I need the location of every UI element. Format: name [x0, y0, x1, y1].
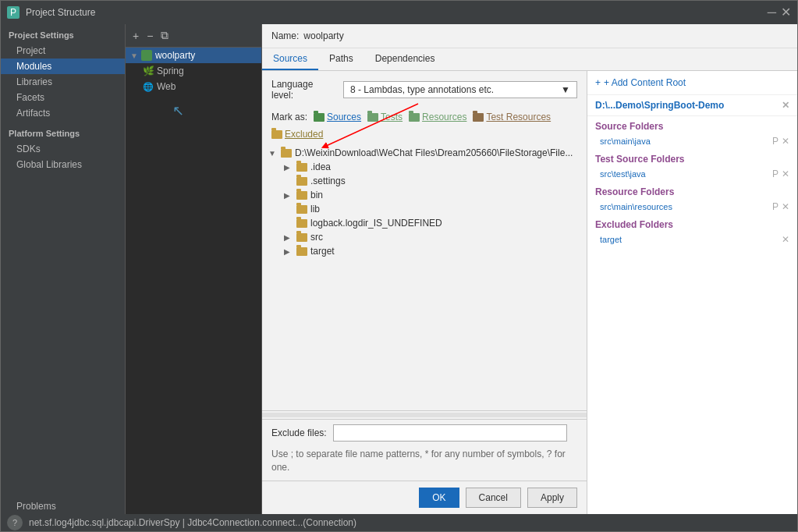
logback-folder-icon — [296, 219, 307, 228]
title-bar: P Project Structure ─ ✕ — [1, 1, 797, 24]
mark-test-resources-button[interactable]: Test Resources — [473, 112, 551, 122]
sidebar-item-problems[interactable]: Problems — [1, 498, 125, 514]
add-content-root-button[interactable]: + + Add Content Root — [587, 71, 797, 95]
svg-text:P: P — [10, 7, 16, 18]
window-icon: P — [7, 6, 20, 19]
src-arrow: ▶ — [284, 233, 293, 242]
module-tree-item-web[interactable]: 🌐 Web — [138, 79, 261, 94]
excluded-folders-title: Excluded Folders — [587, 215, 797, 232]
exclude-hint: Use ; to separate file name patterns, * … — [262, 446, 587, 481]
root-folder-icon — [281, 149, 292, 158]
file-tree-item-idea[interactable]: ▶ .idea — [262, 160, 587, 174]
content-area: Language level: 8 - Lambdas, type annota… — [262, 71, 797, 514]
copy-module-button[interactable]: ⧉ — [158, 27, 171, 44]
test-source-folder-p-icon-0[interactable]: P — [772, 168, 778, 179]
file-tree-item-logback[interactable]: logback.logdir_IS_UNDEFINED — [262, 216, 587, 230]
mark-as-row: Mark as: Sources Tests Resources — [262, 108, 587, 143]
test-source-folder-remove-icon-0[interactable]: ✕ — [782, 168, 789, 179]
sidebar-item-sdks[interactable]: SDKs — [1, 141, 125, 157]
settings-arrow — [284, 177, 293, 186]
file-tree-item-lib[interactable]: lib — [262, 202, 587, 216]
file-tree-item-src[interactable]: ▶ src — [262, 230, 587, 244]
exclude-files-input[interactable] — [333, 424, 567, 442]
web-icon: 🌐 — [143, 81, 154, 92]
language-dropdown-arrow: ▼ — [561, 84, 570, 95]
sidebar-item-artifacts[interactable]: Artifacts — [1, 105, 125, 121]
add-module-button[interactable]: + — [130, 28, 141, 44]
tests-folder-icon — [367, 113, 378, 122]
window-title: Project Structure — [26, 7, 761, 18]
test-source-folder-path-0: src\test\java — [600, 169, 769, 179]
file-tree-item-bin[interactable]: ▶ bin — [262, 188, 587, 202]
ok-button[interactable]: OK — [419, 488, 459, 508]
excluded-folder-path-0: target — [600, 235, 778, 244]
resource-folder-remove-icon-0[interactable]: ✕ — [782, 201, 789, 212]
sources-folder-icon — [314, 113, 325, 122]
source-folder-p-icon-0[interactable]: P — [772, 136, 778, 147]
language-select[interactable]: 8 - Lambdas, type annotations etc. ▼ — [343, 81, 577, 98]
lib-arrow — [284, 205, 293, 214]
mark-sources-button[interactable]: Sources — [314, 112, 361, 122]
tabs-row: Sources Paths Dependencies — [262, 48, 797, 71]
idea-arrow: ▶ — [284, 163, 293, 172]
minimize-button[interactable]: ─ — [768, 6, 776, 19]
tab-paths[interactable]: Paths — [318, 48, 364, 70]
status-bar: ? net.sf.log4jdbc.sql.jdbcapi.DriverSpy … — [1, 514, 797, 531]
project-name-header: D:\...Demo\SpringBoot-Demo ✕ — [587, 95, 797, 116]
lib-folder-icon — [296, 205, 307, 214]
mark-test-resources-label: Test Resources — [486, 112, 551, 122]
mark-resources-label: Resources — [422, 112, 466, 122]
add-icon: + — [595, 77, 601, 88]
file-tree-root[interactable]: ▼ D:\WeixinDownload\WeChat Files\Dream20… — [262, 146, 587, 160]
source-folder-row-0: src\main\java P ✕ — [587, 133, 797, 149]
remove-module-button[interactable]: − — [144, 28, 155, 44]
mark-resources-button[interactable]: Resources — [409, 112, 466, 122]
resource-folders-title: Resource Folders — [587, 182, 797, 199]
sidebar-item-project[interactable]: Project — [1, 43, 125, 59]
module-toolbar: + − ⧉ — [126, 24, 261, 48]
help-button[interactable]: ? — [7, 515, 23, 530]
sidebar-item-libraries[interactable]: Libraries — [1, 74, 125, 90]
language-select-value: 8 - Lambdas, type annotations etc. — [350, 84, 494, 95]
module-name-web: Web — [157, 81, 176, 92]
sidebar-item-global-libraries[interactable]: Global Libraries — [1, 157, 125, 172]
root-arrow: ▼ — [268, 149, 278, 158]
mark-excluded-button[interactable]: Excluded — [271, 129, 323, 140]
language-level-row: Language level: 8 - Lambdas, type annota… — [262, 71, 587, 108]
project-close-button[interactable]: ✕ — [782, 100, 789, 111]
apply-button[interactable]: Apply — [527, 488, 577, 508]
logback-arrow — [284, 219, 293, 228]
module-icon — [141, 50, 152, 61]
resource-folder-row-0: src\main\resources P ✕ — [587, 199, 797, 215]
mark-tests-label: Tests — [381, 112, 403, 122]
exclude-files-row: Exclude files: — [262, 419, 587, 446]
target-label: target — [310, 246, 335, 257]
test-source-folder-row-0: src\test\java P ✕ — [587, 166, 797, 182]
tab-sources[interactable]: Sources — [262, 48, 318, 70]
source-folder-remove-icon-0[interactable]: ✕ — [782, 136, 789, 147]
bin-label: bin — [310, 190, 323, 200]
cancel-button[interactable]: Cancel — [466, 488, 521, 508]
main-area: Project Settings Project Modules Librari… — [1, 24, 797, 514]
lib-label: lib — [310, 204, 320, 215]
language-label: Language level: — [271, 79, 335, 101]
sidebar-item-modules[interactable]: Modules — [1, 59, 125, 74]
left-panel: Project Settings Project Modules Librari… — [1, 24, 126, 514]
horizontal-scrollbar[interactable] — [262, 413, 587, 417]
module-tree-item-spring[interactable]: 🌿 Spring — [138, 63, 261, 79]
project-settings-title: Project Settings — [1, 24, 125, 43]
module-name-woolparty: woolparty — [155, 50, 195, 61]
sidebar-item-facets[interactable]: Facets — [1, 90, 125, 105]
file-tree-item-target[interactable]: ▶ target — [262, 244, 587, 258]
excluded-folder-remove-icon-0[interactable]: ✕ — [782, 234, 789, 245]
mark-tests-button[interactable]: Tests — [367, 112, 403, 122]
bin-arrow: ▶ — [284, 191, 293, 200]
src-label: src — [310, 232, 323, 243]
file-tree-item-settings[interactable]: .settings — [262, 174, 587, 188]
close-button[interactable]: ✕ — [781, 6, 791, 19]
resource-folder-p-icon-0[interactable]: P — [772, 201, 778, 212]
tab-dependencies[interactable]: Dependencies — [364, 48, 446, 70]
module-tree-item-woolparty[interactable]: ▼ woolparty — [126, 48, 261, 63]
name-label: Name: — [271, 30, 299, 41]
bin-folder-icon — [296, 191, 307, 200]
